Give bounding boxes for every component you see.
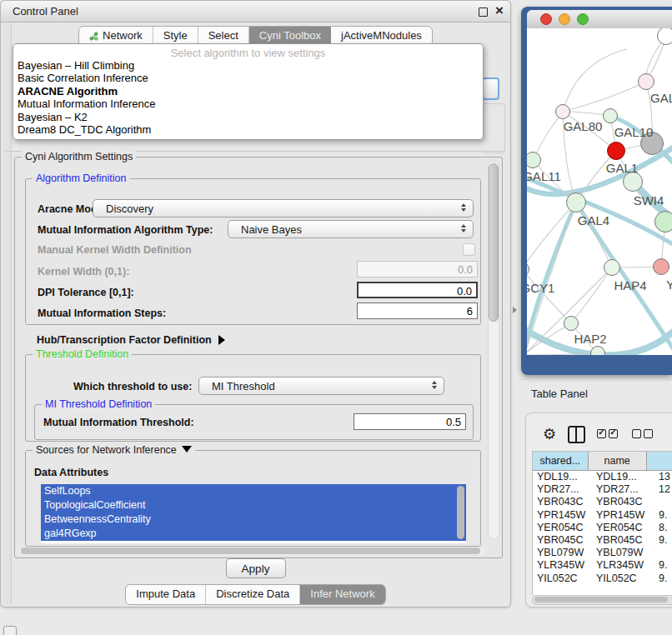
attribute-item[interactable]: SelfLoops <box>41 484 466 498</box>
scrollbar-thumb[interactable] <box>534 597 668 602</box>
network-node-salmon[interactable] <box>653 258 669 275</box>
network-node-hap2[interactable] <box>564 316 579 331</box>
hub-definition-toggle[interactable]: Hub/Transcription Factor Definition <box>37 334 225 346</box>
network-node[interactable] <box>590 346 605 355</box>
cell: YBL079W <box>592 547 654 559</box>
attribute-list-scrollbar[interactable] <box>457 486 464 539</box>
column-header-clipped[interactable] <box>647 452 672 470</box>
aracne-mode-value: Discovery <box>106 202 153 215</box>
manual-kernel-label: Manual Kernel Width Definition <box>38 244 192 256</box>
data-attributes-list: SelfLoops TopologicalCoefficient Between… <box>41 484 466 543</box>
network-node-gal10[interactable] <box>603 108 618 123</box>
close-traffic-light[interactable] <box>540 13 552 25</box>
sources-group: Sources for Network Inference Data Attri… <box>25 450 481 547</box>
cell: 8. <box>654 522 672 534</box>
which-threshold-label: Which threshold to use: <box>73 381 192 392</box>
close-icon[interactable]: × <box>495 2 504 20</box>
table-row[interactable]: YDL19... YDL19... 13 <box>533 471 672 483</box>
table-row[interactable]: YBR043C YBR043C <box>533 496 672 508</box>
float-window-icon[interactable] <box>479 8 488 17</box>
hub-definition-label: Hub/Transcription Factor Definition <box>37 334 212 346</box>
table-horizontal-scrollbar[interactable] <box>532 595 672 605</box>
gear-icon[interactable]: ⚙ <box>543 426 556 442</box>
algorithm-option[interactable]: Dream8 DC_TDC Algorithm <box>13 123 483 136</box>
settings-horizontal-scrollbar[interactable] <box>19 547 485 555</box>
tab-select-label: Select <box>208 29 238 42</box>
threshold-definition-title: Threshold Definition <box>33 348 132 360</box>
minimized-panel-icon[interactable] <box>3 626 17 635</box>
attribute-item[interactable]: TopologicalCoefficient <box>41 498 466 512</box>
splitter-collapse-icon[interactable] <box>513 307 517 313</box>
algorithm-option[interactable]: Basic Correlation Inference <box>13 72 483 84</box>
network-node-hap4[interactable] <box>604 259 620 276</box>
settings-vertical-scrollbar[interactable] <box>488 161 499 539</box>
network-node-swi4[interactable] <box>654 211 672 232</box>
table-header-row: shared... name <box>533 452 672 471</box>
cell: YLR345W <box>592 559 654 572</box>
combo-spinner-icon <box>461 203 466 212</box>
network-node-gal4[interactable] <box>566 192 586 212</box>
network-node[interactable] <box>657 28 672 45</box>
mi-type-value: Naive Bayes <box>241 223 302 236</box>
cell: YBR043C <box>592 496 654 508</box>
panel-left-strip <box>3 23 12 604</box>
algorithm-option[interactable]: Bayesian – Hill Climbing <box>13 59 483 72</box>
table-row[interactable]: YLR345W YLR345W 9. <box>533 559 672 572</box>
kernel-width-input[interactable]: 0.0 <box>357 261 478 278</box>
network-canvas[interactable]: GAL GAL80 GAL10 GAL1 SWI4 GAL11 GAL4 GCY… <box>527 28 672 355</box>
zoom-traffic-light[interactable] <box>577 13 589 25</box>
select-all-columns-icon[interactable] <box>597 427 620 442</box>
column-header-name[interactable]: name <box>589 452 647 470</box>
cell: 9. <box>654 534 672 547</box>
table-row[interactable]: YDR27... YDR27... 12 <box>533 483 672 496</box>
scrollbar-thumb[interactable] <box>21 548 480 554</box>
tab-jactivemnodules-label: jActiveMNodules <box>341 29 422 42</box>
which-threshold-value: MI Threshold <box>212 380 275 392</box>
manual-kernel-checkbox[interactable] <box>463 243 475 256</box>
mi-type-label: Mutual Information Algorithm Type: <box>38 224 213 236</box>
attribute-item[interactable]: gal4RGexp <box>41 527 466 541</box>
unselect-all-columns-icon[interactable] <box>632 427 655 442</box>
table-row[interactable]: YPR145W YPR145W 9. <box>533 509 672 522</box>
network-node-gal1-red[interactable] <box>607 142 625 160</box>
node-label-gcy1: GCY1 <box>527 281 554 295</box>
mi-threshold-input[interactable]: 0.5 <box>354 413 466 430</box>
table-row[interactable]: YBR045C YBR045C 9. <box>533 534 672 547</box>
node-label: GAL <box>650 91 672 105</box>
collapse-down-icon[interactable] <box>182 446 192 452</box>
algorithm-dropdown-popup: Select algorithm to view settings Bayesi… <box>13 43 484 140</box>
mi-steps-input[interactable]: 6 <box>357 302 478 319</box>
algorithm-option[interactable]: Bayesian – K2 <box>13 111 483 123</box>
tab-infer-network[interactable]: Infer Network <box>300 585 384 604</box>
cyni-algorithm-settings-group: Cyni Algorithm Settings Algorithm Defini… <box>14 157 503 558</box>
cell: 9. <box>654 559 672 572</box>
tab-discretize-data[interactable]: Discretize Data <box>206 585 300 604</box>
network-node[interactable] <box>638 73 654 90</box>
algorithm-option-selected[interactable]: ARACNE Algorithm <box>13 85 483 98</box>
table-row[interactable]: YIL052C YIL052C 9. <box>533 572 672 585</box>
tab-infer-network-label: Infer Network <box>310 588 374 600</box>
algorithm-option[interactable]: Mutual Information Inference <box>13 98 483 110</box>
node-label-gal11: GAL11 <box>527 169 561 183</box>
attribute-item[interactable]: BetweennessCentrality <box>41 512 466 527</box>
split-columns-icon[interactable] <box>568 426 585 443</box>
node-label-hap4: HAP4 <box>614 278 646 292</box>
dpi-tolerance-input[interactable]: 0.0 <box>357 282 478 298</box>
apply-button[interactable]: Apply <box>226 558 286 578</box>
tab-impute-data-label: Impute Data <box>136 588 195 600</box>
minimize-traffic-light[interactable] <box>559 13 570 25</box>
table-row[interactable]: YBL079W YBL079W <box>533 547 672 559</box>
cell <box>654 496 672 508</box>
inference-algorithm-combobox-edge[interactable] <box>482 78 499 100</box>
table-row[interactable]: YER054C YER054C 8. <box>533 522 672 534</box>
network-node-gal80[interactable] <box>555 104 570 119</box>
hidden-groupbox-edge <box>482 103 505 153</box>
bottom-tabbar: Impute Data Discretize Data Infer Networ… <box>1 584 510 605</box>
which-threshold-combobox[interactable]: MI Threshold <box>198 377 444 395</box>
tab-impute-data[interactable]: Impute Data <box>126 585 206 604</box>
aracne-mode-combobox[interactable]: Discovery <box>93 199 474 218</box>
mi-type-combobox[interactable]: Naive Bayes <box>228 220 474 238</box>
scrollbar-thumb[interactable] <box>489 163 499 322</box>
node-label-gal80: GAL80 <box>564 119 603 133</box>
column-header-shared-name[interactable]: shared... <box>533 452 589 470</box>
